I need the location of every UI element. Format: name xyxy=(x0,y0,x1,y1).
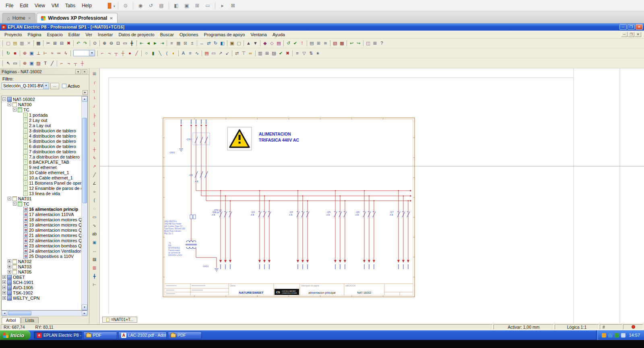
move-icon[interactable]: ↔ xyxy=(198,40,205,47)
collapse-icon[interactable]: - xyxy=(8,197,11,200)
tree-item-sch-1901[interactable]: +SCH-1901 xyxy=(2,280,81,285)
tree-item-obet[interactable]: +OBET xyxy=(2,274,81,280)
pdf-export-icon[interactable]: ▤ xyxy=(203,50,210,57)
macro-box-icon[interactable]: ▥ xyxy=(91,264,98,272)
fullscreen-icon[interactable]: ⊠ xyxy=(228,2,238,10)
show-sidebar-icon[interactable]: ◧ xyxy=(171,2,182,10)
tree-horizontal-scrollbar[interactable]: ◄ ► xyxy=(1,311,88,316)
activo-checkbox[interactable] xyxy=(62,84,66,88)
import-data-icon[interactable]: ↙ xyxy=(224,50,231,57)
sort-icon[interactable]: ⇅ xyxy=(308,50,314,57)
power-options-icon[interactable]: ⊙ xyxy=(120,2,131,10)
parts-list-icon[interactable]: ▤ xyxy=(308,40,315,47)
panel-tab-lista[interactable]: Lista xyxy=(21,317,39,323)
hatch-icon[interactable]: ▨ xyxy=(91,256,98,263)
find-icon[interactable]: ⊙ xyxy=(91,40,98,47)
device-navigator-icon[interactable]: ◆ xyxy=(262,40,268,47)
eplan-menu-ver[interactable]: Ver xyxy=(83,31,95,38)
select-arrow-icon[interactable]: ↖ xyxy=(5,60,12,67)
table-edit-icon[interactable]: ⊞ xyxy=(264,50,270,57)
layers-icon[interactable]: ≡ xyxy=(168,40,175,47)
close-page-icon[interactable]: ▥ xyxy=(19,40,25,47)
tree-item-10-cable-ethernet-1[interactable]: 10 Cable ethernet_1 xyxy=(2,170,81,175)
tree-item-16-alimentacion-princip[interactable]: 16 alimentacion princip xyxy=(2,206,81,212)
vm-menu-view[interactable]: View xyxy=(31,1,48,10)
collapse-icon[interactable]: - xyxy=(2,97,6,101)
rotate-icon[interactable]: ↻ xyxy=(212,40,219,47)
vm-menu-vm[interactable]: VM xyxy=(48,1,62,10)
tree-item-tsk-1902[interactable]: +TSK-1902 xyxy=(2,290,81,295)
connection-node-icon[interactable]: ● xyxy=(126,50,133,57)
tree-item-23-alimentacion-bombas-q5[interactable]: 23 alimentacion bombas Q5 xyxy=(2,243,81,248)
tree-item-5-distribucion-de-tablero[interactable]: 5 distribucion de tablero xyxy=(2,138,81,144)
tree-item-nat05[interactable]: +NAT05 xyxy=(2,269,81,274)
wire-angle-ne-icon[interactable]: ¬ xyxy=(65,60,72,67)
insert-line-icon[interactable]: ╱ xyxy=(49,60,56,67)
insert-image-icon[interactable]: ▣ xyxy=(91,239,98,246)
paste-icon[interactable]: ⊟ xyxy=(58,40,65,47)
tree-item-7-a-distribucion-de-tablero[interactable]: 7.a distribucion de tablero xyxy=(2,154,81,159)
tree-item-7-distribucion-de-tablero[interactable]: 7 distribucion de tablero xyxy=(2,149,81,154)
pan-icon[interactable]: ╋ xyxy=(128,40,135,47)
mirror-icon[interactable]: ◧ xyxy=(219,40,226,47)
sheet-tab[interactable]: =NAT01+T... xyxy=(102,317,137,323)
corner-down-left-icon[interactable]: ┐ xyxy=(91,87,98,94)
cable-edit-icon[interactable]: ∿ xyxy=(194,50,200,57)
zoom-fit-icon[interactable]: ▭ xyxy=(122,40,128,47)
page-first-icon[interactable]: ⇤ xyxy=(138,40,145,47)
close-button[interactable]: ✕ xyxy=(636,24,643,30)
taskbar-task-pdf[interactable]: PDF xyxy=(168,332,202,339)
scroll-up-icon[interactable]: ▲ xyxy=(82,96,87,102)
dimension-icon[interactable]: ↔ xyxy=(91,247,98,255)
redo-icon[interactable]: ↷ xyxy=(82,40,89,47)
tree-item-welty-cpn[interactable]: +WELTY_CPN xyxy=(2,295,81,301)
cable-definition-icon[interactable]: ≈ xyxy=(49,50,56,57)
antivirus-icon[interactable] xyxy=(615,333,619,338)
panel-tab-arbol[interactable]: Arbol xyxy=(2,317,21,323)
tree-item-nat01[interactable]: -NAT01 xyxy=(2,196,81,201)
update-connections-icon[interactable]: ↺ xyxy=(285,40,292,47)
network-icon[interactable] xyxy=(608,333,613,338)
mdi-minimize-button[interactable]: ─ xyxy=(621,32,627,37)
snap-toggle-icon[interactable]: ⊠ xyxy=(182,40,189,47)
wire-t-piece-icon[interactable]: ┬ xyxy=(72,60,79,67)
eplan-menu-espacio[interactable]: Espacio xyxy=(44,31,66,38)
draw-spline-icon[interactable]: ∿ xyxy=(91,222,98,229)
coil-symbol-icon[interactable]: ( xyxy=(163,50,170,57)
minimize-button[interactable]: – xyxy=(619,24,627,30)
vm-tab-windows-xp[interactable]: Windows XP Professional ✕ xyxy=(37,13,117,23)
tree-item-24-alimentacion-ventiladore[interactable]: 24 alimentacion Ventiladore xyxy=(2,248,81,253)
move-tool-icon[interactable]: ╋ xyxy=(91,273,98,280)
expand-icon[interactable]: + xyxy=(2,291,6,294)
expand-icon[interactable]: + xyxy=(2,275,6,279)
close-project-icon[interactable]: ✕ xyxy=(25,40,32,47)
group-icon[interactable]: ▣ xyxy=(229,40,235,47)
eplan-menu-ayuda[interactable]: Ayuda xyxy=(270,31,288,38)
insert-device-icon[interactable]: ▣ xyxy=(28,60,35,67)
tree-item-3-distribucion-de-tablero[interactable]: 3 distribucion de tablero xyxy=(2,128,81,133)
tree-item-18-alimentacion-motores-q[interactable]: 18 alimentacion motores Q xyxy=(2,217,81,222)
previous-view-icon[interactable]: ↩ xyxy=(348,40,355,47)
tree-item-9-red-ethernet[interactable]: 9 red ethernet xyxy=(2,165,81,170)
symbol-grid-icon[interactable]: ▦ xyxy=(91,70,98,77)
tree-item-avo-1905[interactable]: +AVO-1905 xyxy=(2,285,81,290)
revision-control-icon[interactable]: ▨ xyxy=(270,50,277,57)
wire-angle-nw-icon[interactable]: ⌐ xyxy=(58,60,65,67)
increment-icon[interactable]: ± xyxy=(189,40,196,47)
scrollbar-thumb[interactable] xyxy=(8,311,31,315)
check-icon[interactable]: ✔ xyxy=(277,50,284,57)
lamp-symbol-icon[interactable]: ◐ xyxy=(170,50,177,57)
grid-toggle-icon[interactable]: ▦ xyxy=(175,40,182,47)
potential-point-icon[interactable]: ϟ xyxy=(91,154,98,162)
abort-icon[interactable]: ■ xyxy=(12,50,19,57)
expand-icon[interactable]: + xyxy=(2,286,6,289)
scroll-right-icon[interactable]: ► xyxy=(82,311,87,316)
tree-item-17-alimentacion-110va[interactable]: 17 alimentacion 110VA xyxy=(2,212,81,217)
vm-menu-edit[interactable]: Edit xyxy=(17,1,31,10)
taskbar-task-eplan-electric-p8-pr[interactable]: eEPLAN Electric P8 - Pr... xyxy=(34,332,82,339)
tree-item-11-botonera-panel-de-opera[interactable]: 11 Botonera Panel de opera xyxy=(2,180,81,185)
panel-dock-button[interactable]: ▾ xyxy=(75,69,81,74)
pages-panel-titlebar[interactable]: Páginas - NAT-16002 ▾ ✕ xyxy=(0,68,89,75)
mdi-close-button[interactable]: ✕ xyxy=(635,32,641,37)
close-icon[interactable]: ✕ xyxy=(28,16,31,21)
